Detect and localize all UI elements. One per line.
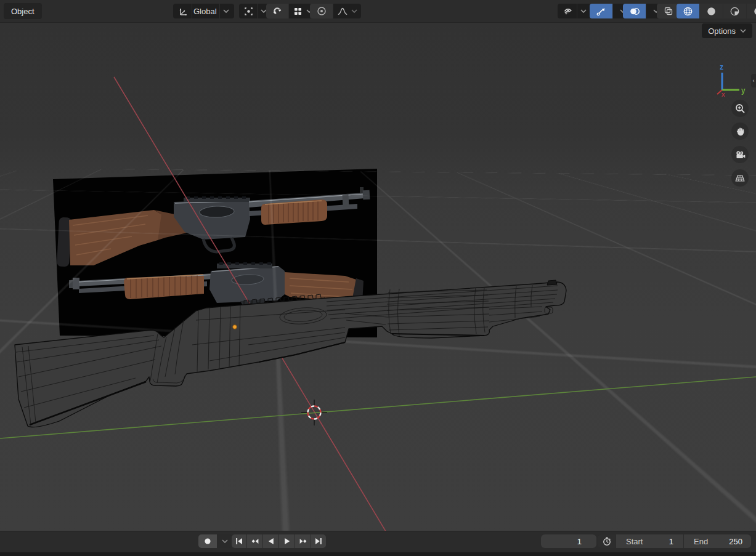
frame-start-label: Start	[626, 537, 643, 546]
viewport-shading-controls	[677, 4, 756, 18]
shading-solid-button[interactable]	[700, 4, 723, 18]
rendered-sphere-icon	[753, 6, 756, 17]
previous-keyframe-icon	[251, 538, 259, 545]
axis-label-x: x	[721, 91, 726, 98]
xray-icon	[664, 6, 673, 16]
pan-hand-button[interactable]	[731, 123, 749, 140]
frame-end-value: 250	[729, 537, 742, 546]
scene-layer	[0, 22, 756, 531]
next-keyframe-icon	[299, 538, 307, 545]
snap-toggle-button[interactable]	[266, 4, 288, 18]
transform-orientation-value: Global	[192, 4, 219, 18]
axis-label-y: y	[741, 86, 746, 95]
magnifier-plus-icon	[735, 103, 746, 114]
chevron-down-icon	[220, 4, 234, 18]
record-circle-icon	[204, 538, 211, 545]
jump-to-start-button[interactable]	[232, 534, 246, 548]
wireframe-shotgun[interactable]	[15, 280, 566, 427]
shading-rendered-button[interactable]	[747, 4, 756, 18]
proportional-editing-icon	[317, 6, 327, 16]
chevron-down-icon	[351, 9, 357, 13]
perspective-grid-icon	[734, 173, 746, 183]
front-sight-wire	[547, 280, 557, 285]
play-icon	[283, 538, 291, 545]
transform-orientation-icon	[173, 4, 192, 18]
play-reverse-icon	[267, 538, 275, 545]
jump-to-end-icon	[314, 538, 323, 545]
playback-controls	[232, 534, 326, 548]
axis-label-z: z	[720, 63, 723, 71]
jump-to-start-icon	[235, 538, 243, 545]
gizmos-toggle-button[interactable]	[590, 4, 612, 18]
stopwatch-icon	[602, 536, 612, 546]
transform-orientation-dropdown[interactable]: Global	[173, 4, 234, 18]
previous-keyframe-button[interactable]	[247, 534, 262, 548]
blender-3d-viewport-window: z y x ‹	[0, 0, 756, 556]
eye-cursor-icon	[558, 4, 577, 18]
frame-start-field[interactable]: Start 1	[616, 534, 683, 548]
status-bar	[0, 552, 756, 556]
frame-start-value: 1	[669, 537, 673, 546]
auto-keyframe-toggle[interactable]	[198, 534, 217, 548]
snap-controls	[266, 4, 317, 18]
chevron-down-icon	[740, 29, 746, 33]
viewport-header: Object Global	[0, 0, 756, 23]
current-frame-value: 1	[577, 537, 582, 546]
object-menu-button[interactable]: Object	[4, 3, 42, 19]
frame-end-field[interactable]: End 250	[684, 534, 751, 548]
use-preview-range-button[interactable]	[598, 534, 616, 548]
next-keyframe-button[interactable]	[295, 534, 311, 548]
hand-icon	[735, 126, 746, 137]
object-menu-label: Object	[11, 7, 35, 16]
movie-camera-icon	[734, 150, 746, 160]
overlays-icon	[629, 6, 640, 17]
navigation-axis-gizmo[interactable]: z y x	[713, 63, 746, 99]
chevron-down-icon	[577, 4, 591, 18]
timeline-bar: 1 Start 1 End 250	[0, 531, 756, 553]
falloff-curve-icon	[337, 6, 348, 16]
proportional-editing-toggle[interactable]	[310, 4, 333, 18]
camera-view-button[interactable]	[731, 146, 749, 163]
chevron-left-icon: ‹	[753, 78, 755, 84]
current-frame-field[interactable]: 1	[541, 534, 596, 548]
origin-point	[233, 325, 237, 329]
chevron-down-icon	[222, 539, 228, 543]
zoom-in-button[interactable]	[731, 100, 749, 117]
gizmo-arrow-icon	[596, 6, 606, 17]
viewport-canvas[interactable]: z y x ‹	[0, 22, 756, 531]
show-object-types-dropdown[interactable]	[558, 4, 591, 18]
toggle-orthographic-button[interactable]	[731, 169, 749, 187]
jump-to-end-button[interactable]	[311, 534, 326, 548]
keying-set-dropdown[interactable]	[217, 534, 232, 548]
sidebar-collapse-tab[interactable]: ‹	[751, 74, 756, 87]
material-sphere-icon	[730, 6, 740, 17]
overlays-toggle-button[interactable]	[623, 4, 646, 18]
snap-increment-icon	[293, 7, 303, 16]
proportional-editing-controls	[310, 4, 361, 18]
proportional-falloff-dropdown[interactable]	[333, 4, 361, 18]
magnet-icon	[272, 6, 282, 16]
options-dropdown-button[interactable]: Options	[702, 23, 752, 38]
pivot-point-icon	[239, 4, 257, 18]
play-reverse-button[interactable]	[263, 534, 278, 548]
frame-end-label: End	[694, 537, 708, 546]
shading-material-button[interactable]	[723, 4, 746, 18]
shading-wireframe-button[interactable]	[677, 4, 699, 18]
options-label: Options	[708, 26, 736, 36]
play-forward-button[interactable]	[279, 534, 295, 548]
solid-sphere-icon	[706, 6, 717, 17]
auto-keyframe-controls	[198, 534, 232, 548]
wireframe-sphere-icon	[683, 6, 693, 17]
